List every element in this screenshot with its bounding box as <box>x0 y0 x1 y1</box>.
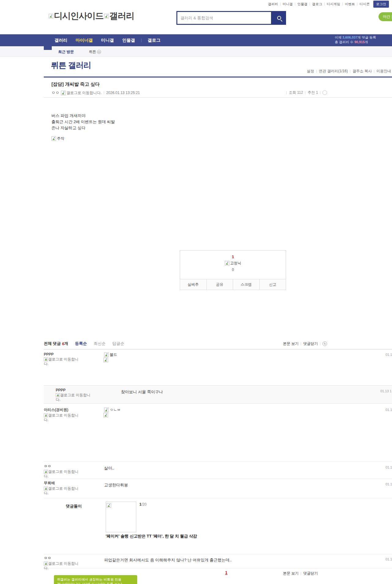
news-headline-link[interactable]: '페이커' 솔랭 신고받은 TT '페더', 한 달 치 월급 삭감 <box>106 533 197 539</box>
comment-timestamp: 01.13 1 <box>386 557 392 561</box>
divider <box>316 70 317 73</box>
recent-gallery-wrtn[interactable]: 뤼튼m <box>89 49 101 55</box>
share-button[interactable]: 공유 <box>206 279 233 290</box>
divider <box>324 2 325 6</box>
news-pager-total: /20 <box>141 502 147 507</box>
nav-gallog[interactable]: 갤로그 <box>148 38 160 43</box>
nav-gallery[interactable]: 갤러리 <box>55 38 67 43</box>
comment-gallog-alt[interactable]: 갤로그로 이동합니다. <box>44 413 81 422</box>
divider <box>320 91 320 94</box>
recent-visit-tab-decoration <box>44 46 52 50</box>
nickname-notice-tooltip: 뤼갤러는 갤러리에서 권장하는 비회원 전용 갤닉네임입니다. (삭제 시 닉네… <box>54 575 137 584</box>
recommend-broken-image[interactable]: 고정닉 <box>180 261 286 266</box>
gallery-title[interactable]: 뤼튼 갤러리 <box>51 60 91 71</box>
broken-image-icon <box>104 352 109 357</box>
comment-author[interactable]: 아리스(경비원) 갤로그로 이동합니다. <box>44 407 84 422</box>
nav-minigal[interactable]: 미니갤 <box>101 38 114 43</box>
close-comments-link[interactable]: 댓글닫기 <box>303 341 318 346</box>
minor-gallery-badge-icon: m <box>97 50 101 54</box>
comment-timestamp: 01.13 1 <box>386 482 392 486</box>
comment-timestamp: 01.13 1 <box>386 465 392 469</box>
comment-author-name[interactable]: ㅇㅇ <box>44 464 84 469</box>
comment-gallog-alt[interactable]: 갤로그로 이동합니다. <box>44 357 81 366</box>
gallog-alt-text[interactable]: 갤로그로 이동합니다. <box>66 90 102 96</box>
login-button[interactable]: 로그인 <box>373 1 389 8</box>
usage-guide-link[interactable]: 이용안내 <box>376 69 391 74</box>
close-comments-link[interactable]: 댓글닫기 <box>303 571 318 576</box>
toplink-minigal[interactable]: 미니갤 <box>283 2 293 6</box>
recent-visit-label[interactable]: 최근 방문 <box>58 49 74 55</box>
copy-gallery-url-link[interactable]: 갤주소 복사 <box>352 69 372 74</box>
site-logo[interactable]: 디시인사이드 갤러리 <box>48 10 134 22</box>
search-button[interactable] <box>272 11 286 25</box>
search-input[interactable] <box>176 11 272 25</box>
comment-author[interactable]: 무뢰배 갤로그로 이동합니다. <box>44 480 84 495</box>
comments-header-left: 전체 댓글 6 개 등록순 최신순 답글순 <box>44 341 124 346</box>
comment-author-name[interactable]: 무뢰배 <box>44 480 84 486</box>
comments-header: 전체 댓글 6 개 등록순 최신순 답글순 본문 보기 댓글닫기 <box>44 338 392 349</box>
divider <box>104 91 104 94</box>
comment-gallog-alt[interactable]: 갤로그로 이동합니다. <box>44 469 81 479</box>
post-view-count: 조회 112 <box>289 90 303 95</box>
comment-author-name[interactable]: PPPP <box>56 388 96 392</box>
logo-text-dcinside: 디시인사이드 <box>54 10 104 22</box>
divider <box>342 2 343 6</box>
report-button[interactable]: 신고 <box>259 279 286 290</box>
comment-author[interactable]: PPPP 갤로그로 이동합니다. <box>56 388 96 402</box>
post-meta-circle-icon[interactable] <box>322 90 327 95</box>
stats-galleries-line: 총 갤러리 수 90,915개 <box>335 40 376 44</box>
divider <box>295 2 295 6</box>
view-post-link[interactable]: 본문 보기 <box>283 571 299 576</box>
gallery-settings-link[interactable]: 설정 <box>307 69 314 74</box>
night-mode-button[interactable]: 야간 모드 <box>379 12 392 21</box>
comment-text: 파업같은거면 회사에서도 좀 이해해주지 않나? 난 여유있게 출근했는데.. <box>104 557 232 563</box>
comment-text: 살아,. <box>104 465 114 471</box>
comment-bot-row: 댓글돌이 1/20 '페이커' 솔랭 신고받은 TT '페더', 한 달 치 월… <box>44 499 392 554</box>
comment-text: 고생한다뤼붕 <box>104 482 128 488</box>
comment-gallog-alt[interactable]: 갤로그로 이동합니다. <box>44 486 81 495</box>
news-thumbnail-box[interactable] <box>106 502 136 532</box>
toplink-persongal[interactable]: 인물갤 <box>297 2 307 6</box>
reply-comment-row: PPPP 갤로그로 이동합니다. 찾아보니 서울 쪽이구나 01.13 1 <box>44 385 392 404</box>
scrap-button[interactable]: 스크랩 <box>233 279 260 290</box>
nav-persongal[interactable]: 인물갤 <box>122 38 135 43</box>
sort-tab-newest[interactable]: 최신순 <box>94 341 106 346</box>
post-author[interactable]: ㅇㅇ <box>51 90 59 96</box>
comment-author-name[interactable]: 아리스(경비원) <box>44 407 84 413</box>
post-body-line: 출퇴근 시간 2배 이벤트는 뭔데 씨발 <box>51 119 115 125</box>
broken-logo-image-icon <box>104 14 109 18</box>
comment-author[interactable]: PPPP 갤로그로 이동합니다. <box>44 352 84 366</box>
toplink-gallog[interactable]: 갤로그 <box>312 2 322 6</box>
comment-gallog-alt[interactable]: 갤로그로 이동합니다. <box>56 393 93 402</box>
comment-author[interactable]: ㅇㅇ 갤로그로 이동합니다. <box>44 464 84 479</box>
refresh-comments-icon[interactable] <box>322 341 327 346</box>
view-post-link[interactable]: 본문 보기 <box>283 341 299 346</box>
comments-page-1[interactable]: 1 <box>225 570 228 575</box>
sort-tab-registered[interactable]: 등록순 <box>75 341 87 346</box>
toplink-dccon[interactable]: 디시콘 <box>360 2 370 6</box>
dccon-alt-text: 블드 <box>110 352 117 357</box>
silbechu-button[interactable]: 실베추 <box>180 279 207 290</box>
post-title: [잡담] 개씨발 죽고 싶다 <box>51 81 100 87</box>
divider <box>305 91 305 94</box>
broken-gallog-icon <box>56 393 60 397</box>
comment-author-name[interactable]: PPPP <box>44 352 84 356</box>
comment-author-name[interactable]: ㅇㅇ <box>44 556 84 561</box>
comment-row: 무뢰배 갤로그로 이동합니다. 고생한다뤼붕 01.13 1 <box>44 479 392 498</box>
broken-logo-image-icon <box>49 14 53 18</box>
comment-timestamp: 01.13 1 <box>386 408 392 412</box>
broken-gallog-icon <box>44 562 48 566</box>
stats-gallery-count: 90,915 <box>354 40 365 44</box>
site-stats: 이제 3,606,037개 댓글 등록 총 갤러리 수 90,915개 <box>335 35 376 44</box>
top-utility-bar: 갤러리 미니갤 인물갤 갤로그 디시게임 이벤트 디시콘 로그인 <box>0 0 392 8</box>
broken-image-icon <box>104 413 108 417</box>
broken-gallog-icon <box>44 487 48 491</box>
toplink-gallery[interactable]: 갤러리 <box>268 2 278 6</box>
recommend-up-count: 1 <box>180 254 286 259</box>
post-recommend-count: 추천 1 <box>307 90 318 95</box>
sort-tab-replies[interactable]: 답글순 <box>112 341 124 346</box>
nav-minorgal[interactable]: 마이너갤 <box>76 38 93 43</box>
related-galleries-link[interactable]: 연관 갤러리(1/16) <box>319 69 348 74</box>
toplink-dcgame[interactable]: 디시게임 <box>327 2 340 6</box>
toplink-event[interactable]: 이벤트 <box>345 2 355 6</box>
